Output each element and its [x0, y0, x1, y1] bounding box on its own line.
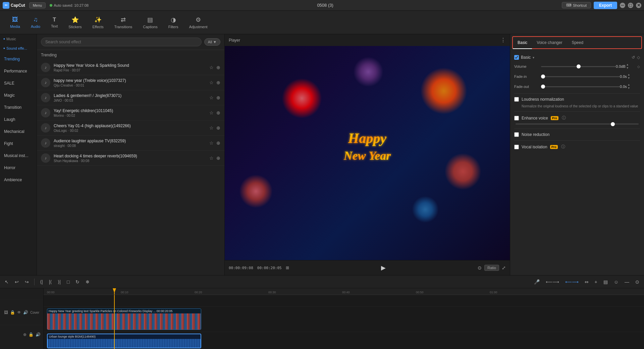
sound-item-5[interactable]: ♪ Audience laughter applause TV(832259) …	[37, 136, 224, 151]
audio-track-speaker-icon[interactable]: 🔊	[36, 332, 41, 337]
sidebar-item-fight[interactable]: Fight	[1, 138, 35, 149]
sidebar-music-section[interactable]: • Music	[0, 34, 37, 44]
fade-out-stepper[interactable]: ▲▼	[628, 83, 630, 90]
minus-button[interactable]: —	[623, 278, 631, 286]
sound-item-1[interactable]: ♪ happy new year (Treble voice)(1037327)…	[37, 75, 224, 90]
player-menu-button[interactable]: ⋮	[500, 37, 506, 43]
delete-button[interactable]: □	[65, 278, 71, 286]
toolbar-captions[interactable]: ▤ Captions	[138, 14, 162, 31]
noise-reduction-checkbox[interactable]	[514, 132, 519, 137]
play-button-6[interactable]: ♪	[41, 153, 50, 163]
sidebar-item-musical-inst[interactable]: Musical inst...	[1, 150, 35, 161]
audio-track-icon-1[interactable]: ⊕	[23, 332, 26, 337]
fullscreen-zoom-button[interactable]: ⊙	[478, 265, 482, 270]
sound-item-2[interactable]: ♪ Ladies & gentlemen!! / Jingle(873071) …	[37, 90, 224, 105]
play-button-0[interactable]: ♪	[41, 63, 50, 72]
toolbar-media[interactable]: 🖼 Media	[5, 14, 25, 31]
download-button-0[interactable]: ⊕	[216, 65, 220, 70]
fade-in-slider[interactable]	[541, 76, 620, 77]
sound-item-3[interactable]: ♪ Yay! Energetic children(1011045) Morin…	[37, 105, 224, 120]
sidebar-item-performance[interactable]: Performance	[1, 65, 35, 77]
minimize-button[interactable]: ─	[620, 3, 625, 8]
redo-button[interactable]: ↪	[23, 278, 31, 286]
favorite-button-5[interactable]: ☆	[209, 140, 214, 146]
ratio-button[interactable]: Ratio	[484, 265, 499, 271]
audio-clip[interactable]: Urban lounge style BGM(1148490)	[47, 334, 201, 348]
toolbar-transitions[interactable]: ⇄ Transitions	[110, 14, 137, 31]
fade-in-stepper[interactable]: ▲▼	[628, 73, 630, 80]
split-button[interactable]: ⟨|	[38, 278, 45, 286]
sidebar-item-horror[interactable]: Horror	[1, 162, 35, 173]
sound-item-6[interactable]: ♪ Heart docking 4 times deeper reverb(10…	[37, 151, 224, 166]
sidebar-sound-effects-section[interactable]: • Sound effe...	[0, 44, 37, 53]
play-button-1[interactable]: ♪	[41, 78, 50, 87]
tab-basic[interactable]: Basic	[513, 37, 532, 49]
volume-keyframe-button[interactable]: ◇	[637, 65, 640, 68]
trim-left-button[interactable]: |⟨	[47, 278, 54, 286]
volume-stepper[interactable]: ▲▼	[626, 63, 629, 70]
enhance-voice-slider[interactable]	[516, 123, 639, 124]
loudness-norm-checkbox[interactable]	[514, 97, 519, 102]
expand-button[interactable]: ⤢	[502, 265, 506, 270]
sound-item-4[interactable]: ♪ Cheers Yay 01-4 (high applause)(149226…	[37, 120, 224, 136]
keyframe-button[interactable]: ◇	[637, 55, 640, 60]
favorite-button-0[interactable]: ☆	[209, 65, 214, 70]
cursor-tool[interactable]: ↖	[3, 278, 11, 286]
clock-button[interactable]: ⊙	[633, 278, 641, 286]
emoji-button[interactable]: ☺	[612, 278, 621, 286]
fade-out-slider[interactable]	[541, 86, 620, 87]
video-track-lock-icon[interactable]: 🔒	[10, 310, 15, 315]
favorite-button-4[interactable]: ☆	[209, 125, 214, 131]
tab-voice-changer[interactable]: Voice changer	[532, 37, 567, 49]
search-input[interactable]	[41, 38, 202, 46]
mic-button[interactable]: 🎤	[532, 278, 542, 286]
sidebar-item-magic[interactable]: Magic	[1, 90, 35, 101]
toolbar-text[interactable]: T Text	[46, 15, 62, 30]
close-button[interactable]: ✕	[636, 3, 641, 8]
caption-button[interactable]: ▤	[601, 278, 610, 286]
trim-right-button[interactable]: ⟩|	[56, 278, 63, 286]
toolbar-filters[interactable]: ◑ Filters	[164, 14, 183, 31]
sidebar-item-sale[interactable]: SALE	[1, 78, 35, 89]
sidebar-item-trending[interactable]: Trending	[1, 53, 35, 65]
play-pause-button[interactable]: ▶	[379, 263, 388, 272]
add-track-button[interactable]: +	[593, 278, 599, 286]
download-button-5[interactable]: ⊕	[216, 140, 220, 146]
video-clip[interactable]: Happy New Year greeting text Sparkle Par…	[47, 308, 201, 330]
shortcut-button[interactable]: ⌨ Shortcut	[562, 2, 591, 8]
play-button-5[interactable]: ♪	[41, 138, 50, 148]
play-button-3[interactable]: ♪	[41, 108, 50, 117]
reset-button[interactable]: ↺	[632, 55, 635, 60]
menu-button[interactable]: Menu	[29, 2, 46, 8]
sidebar-item-laugh[interactable]: Laugh	[1, 114, 35, 125]
video-track-eye-icon[interactable]: 👁	[17, 310, 21, 315]
export-button[interactable]: Export	[594, 2, 617, 9]
download-button-6[interactable]: ⊕	[216, 155, 220, 161]
zoom-out-button[interactable]: ⟵⟶	[544, 278, 561, 286]
play-button-4[interactable]: ♪	[41, 123, 50, 133]
basic-checkbox[interactable]	[514, 55, 519, 60]
play-button-2[interactable]: ♪	[41, 93, 50, 102]
settings-icon[interactable]: ⊞	[286, 265, 289, 270]
video-track-mute-icon[interactable]: 🔊	[23, 310, 28, 315]
favorite-button-1[interactable]: ☆	[209, 80, 214, 85]
toolbar-audio[interactable]: ♫ Audio	[26, 14, 45, 31]
link-button[interactable]: ⇔	[583, 278, 591, 286]
toolbar-stickers[interactable]: ⭐ Stickers	[64, 14, 86, 31]
toolbar-adjustment[interactable]: ⚙ Adjustment	[184, 14, 212, 31]
favorite-button-6[interactable]: ☆	[209, 155, 214, 161]
sidebar-item-mechanical[interactable]: Mechanical	[1, 126, 35, 137]
download-button-1[interactable]: ⊕	[216, 80, 220, 85]
all-filter-tag[interactable]: All ▼	[204, 38, 220, 46]
audio-track-lock-icon[interactable]: 🔒	[29, 332, 34, 337]
sidebar-item-transition[interactable]: Transition	[1, 102, 35, 113]
sound-item-0[interactable]: ♪ Happy New Year Voice & Sparkling Sound…	[37, 60, 224, 75]
enhance-voice-checkbox[interactable]	[514, 116, 519, 120]
freeze-button[interactable]: ❄	[84, 278, 92, 286]
download-button-4[interactable]: ⊕	[216, 125, 220, 131]
tab-speed[interactable]: Speed	[567, 37, 588, 49]
playhead[interactable]	[114, 288, 115, 295]
maximize-button[interactable]: □	[628, 3, 633, 8]
undo-button[interactable]: ↩	[13, 278, 21, 286]
favorite-button-2[interactable]: ☆	[209, 95, 214, 100]
